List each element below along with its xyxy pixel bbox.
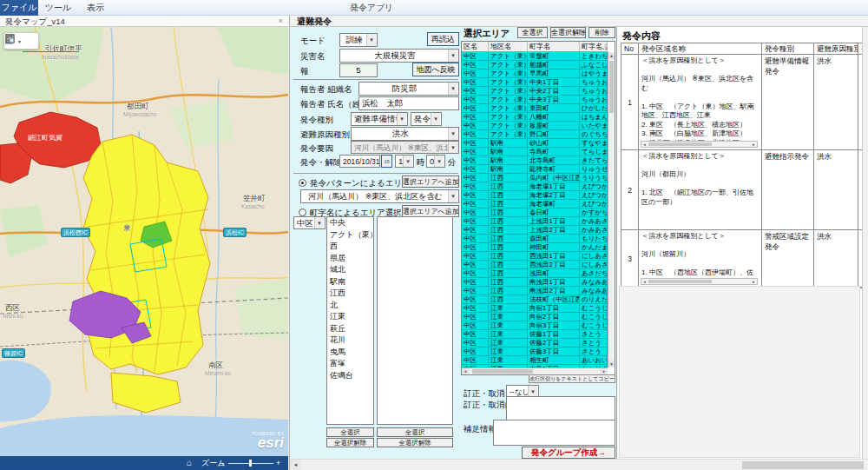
selected-area-row[interactable]: 中区江東相生町あいおい bbox=[462, 356, 608, 365]
share-button[interactable] bbox=[25, 40, 29, 42]
layer-legend-button[interactable]: ▾ bbox=[16, 37, 23, 45]
selected-area-row[interactable]: 中区江東佐藤3丁目さとう bbox=[462, 348, 608, 356]
selected-area-vertical-scrollbar[interactable]: ▲ ▼ bbox=[608, 52, 615, 367]
district-list-item[interactable]: 西 bbox=[327, 241, 373, 253]
selected-area-row[interactable]: 中区アクト（東）中央1丁目ちゅうおう bbox=[462, 78, 608, 87]
district-list-item[interactable]: 駅南 bbox=[327, 276, 373, 288]
selected-area-row[interactable]: 中区アクト（東）八幡町はちまんち bbox=[462, 113, 608, 122]
scrollbar-thumb[interactable] bbox=[648, 280, 712, 283]
selected-area-row[interactable]: 中区江西南浅田2丁目みなみあさ bbox=[462, 287, 608, 295]
town-listbox[interactable] bbox=[377, 216, 453, 425]
minute-select[interactable]: 00▾ bbox=[426, 155, 445, 168]
district-list-item[interactable]: 佐鳴台 bbox=[327, 370, 373, 382]
district-list-item[interactable]: 江東 bbox=[327, 311, 373, 323]
reload-button[interactable]: 再読込 bbox=[427, 32, 459, 46]
scroll-right-icon[interactable]: ▸ bbox=[751, 142, 757, 147]
ward-select[interactable]: 中区▾ bbox=[293, 216, 326, 229]
reporter-org-select[interactable]: 防災部▾ bbox=[358, 82, 459, 96]
create-order-group-button[interactable]: 発令グループ作成→ bbox=[522, 447, 615, 459]
date-input[interactable]: 2016/10/31 bbox=[339, 155, 380, 168]
bottom-horizontal-scrollbar[interactable]: ◂ bbox=[289, 459, 868, 470]
report-number-input[interactable]: 5 bbox=[339, 63, 378, 77]
scroll-right-icon[interactable]: ▸ bbox=[751, 279, 757, 284]
selected-area-row[interactable]: 中区駅南寺島町てらじまち bbox=[462, 148, 608, 156]
add-pattern-to-area-button[interactable]: 選択エリアへ追加→ bbox=[402, 175, 459, 188]
selected-area-row[interactable]: 中区江西西浅田2丁目にしあさだ bbox=[462, 261, 608, 269]
selected-area-row[interactable]: 中区アクト（東）船越町ふなこしち bbox=[462, 61, 608, 70]
scroll-left-icon[interactable]: ◂ bbox=[290, 460, 301, 470]
selected-area-row[interactable]: 中区アクト（東）東田町ひがしだま bbox=[462, 104, 608, 113]
town-name-radio[interactable] bbox=[299, 209, 306, 216]
pattern-area-radio[interactable] bbox=[299, 179, 306, 187]
district-deselect-all-button[interactable]: 全選択解除 bbox=[326, 438, 374, 447]
extent-button[interactable] bbox=[31, 40, 35, 42]
selected-area-delete-button[interactable]: 削除 bbox=[589, 27, 615, 38]
zoom-out-icon[interactable]: − bbox=[220, 456, 224, 470]
district-list-item[interactable]: 富塚 bbox=[327, 358, 373, 370]
reporter-name-input[interactable]: 浜松 太郎 bbox=[358, 96, 459, 110]
calendar-button[interactable]: 15 bbox=[381, 155, 392, 168]
order-area-horizontal-scrollbar[interactable]: ◂▸ bbox=[641, 278, 758, 285]
district-list-item[interactable]: 萩丘 bbox=[327, 323, 373, 335]
selected-area-row[interactable]: 中区江西海老塚町えびつかち bbox=[462, 200, 608, 209]
selected-area-row[interactable]: 中区アクト（東）早馬町はやうまち bbox=[462, 70, 608, 78]
selected-area-row[interactable]: 中区江西浅田町あさだちょ bbox=[462, 269, 608, 278]
scroll-left-icon[interactable]: ◂ bbox=[462, 368, 469, 374]
order-contents-row[interactable]: 2＜洪水を原因種別として＞ 河川（都田川） 1. 北区 （細江地区の一部、引佐地… bbox=[621, 150, 863, 230]
supplement-textarea[interactable] bbox=[493, 420, 615, 446]
district-list-item[interactable]: 県居 bbox=[327, 253, 373, 265]
revision-select[interactable]: --なし--▾ bbox=[506, 385, 539, 397]
zoom-in-icon[interactable]: + bbox=[276, 456, 280, 470]
disaster-select[interactable]: 大規模災害▾ bbox=[339, 49, 459, 63]
pattern-select[interactable]: 河川（馬込川） ※東区、浜北区を含む▾ bbox=[300, 189, 459, 203]
selected-area-row[interactable]: 中区アクト（東）常盤町ときわちょ bbox=[462, 52, 608, 61]
map-tab-title[interactable]: 発令マップ_v14 bbox=[5, 16, 65, 27]
map-reflect-button[interactable]: 地図へ反映 bbox=[412, 63, 459, 76]
selected-area-row[interactable]: 中区アクト（東）中央2丁目ちゅうおう bbox=[462, 87, 608, 96]
selected-area-row[interactable]: 中区アクト（東）板屋町いたやまち bbox=[462, 122, 608, 130]
district-select-all-button[interactable]: 全選択 bbox=[326, 427, 374, 437]
order-contents-vertical-scrollbar[interactable] bbox=[862, 27, 868, 460]
close-icon[interactable]: × bbox=[279, 16, 283, 27]
selected-area-row[interactable]: 中区江東向宿1丁目むこうじゅく bbox=[462, 304, 608, 313]
zoom-slider-thumb[interactable] bbox=[249, 460, 252, 467]
district-list-item[interactable]: 江西 bbox=[327, 288, 373, 300]
selected-area-row[interactable]: 中区江東向宿2丁目むこうじゅく bbox=[462, 313, 608, 321]
order-action-select[interactable]: 発令▾ bbox=[411, 112, 442, 126]
selected-area-row[interactable]: 中区アクト（東）野口町のぐちちょ bbox=[462, 130, 608, 139]
copy-as-text-button[interactable]: 改行区切りをテキストとしてコピー bbox=[529, 374, 615, 383]
home-icon[interactable]: ⌂ bbox=[187, 456, 192, 470]
cause-select[interactable]: 河川（馬込川） ※東区、浜北区を含む▾ bbox=[351, 141, 459, 154]
town-deselect-all-button[interactable]: 全選択解除 bbox=[377, 438, 453, 447]
selected-area-row[interactable]: 中区江西海老塚2丁目えびつか bbox=[462, 191, 608, 200]
menu-file[interactable]: ファイル bbox=[0, 0, 38, 16]
map-measure-link[interactable] bbox=[23, 51, 78, 52]
selected-area-row[interactable]: 中区江西南浅田1丁目みなみあさ bbox=[462, 278, 608, 287]
order-type-select[interactable]: 避難準備情報▾ bbox=[351, 112, 408, 126]
add-town-to-area-button[interactable]: 選択エリアへ追加→ bbox=[402, 205, 459, 217]
selected-area-row[interactable]: 中区江西海老塚1丁目えびつか bbox=[462, 182, 608, 191]
order-contents-row[interactable]: 1＜洪水を原因種別として＞ 河川（馬込川） ※東区、浜北区を含む 1. 中区 （… bbox=[621, 55, 863, 150]
scrollbar-thumb[interactable] bbox=[648, 142, 712, 146]
district-list-item[interactable]: アクト（東） bbox=[327, 229, 373, 242]
selected-area-row[interactable]: 中区江東佐藤2丁目さとう bbox=[462, 339, 608, 348]
selected-area-row[interactable]: 中区江西森田町もりたちょ bbox=[462, 235, 608, 243]
order-contents-row[interactable]: 3＜洪水を原因種別として＞ 河川（堀留川） 1. 中区 （西地区（西伊場町）、佐… bbox=[621, 230, 863, 288]
district-list-item[interactable]: 北 bbox=[327, 300, 373, 312]
scroll-left-icon[interactable]: ◂ bbox=[641, 279, 648, 284]
district-list-item[interactable]: 城北 bbox=[327, 264, 373, 276]
scroll-down-icon[interactable]: ▼ bbox=[608, 361, 615, 367]
selected-area-row[interactable]: 中区江西上浅田1丁目かみあさだ bbox=[462, 217, 608, 226]
scroll-up-icon[interactable]: ▲ bbox=[608, 52, 615, 59]
selected-area-row[interactable]: 中区駅南砂山町すなやまち bbox=[462, 139, 608, 148]
scroll-right-icon[interactable]: ▸ bbox=[601, 368, 608, 374]
selected-area-row[interactable]: 中区駅南龍禅寺町りゅうぜんじ bbox=[462, 165, 608, 174]
selected-area-row[interactable]: 中区江西春日町かすがちょ bbox=[462, 209, 608, 217]
scrollbar-thumb[interactable] bbox=[742, 461, 864, 469]
order-area-horizontal-scrollbar[interactable]: ◂▸ bbox=[641, 141, 758, 148]
mode-select[interactable]: 訓練▾ bbox=[339, 33, 378, 47]
selected-area-row[interactable]: 中区江西上浅田2丁目かみあさだ bbox=[462, 226, 608, 235]
selected-area-row[interactable]: 中区江東佐藤1丁目さとう bbox=[462, 330, 608, 339]
selected-area-row[interactable]: 中区江東向宿3丁目むこうじゅく bbox=[462, 321, 608, 330]
scroll-left-icon[interactable]: ◂ bbox=[641, 142, 648, 147]
